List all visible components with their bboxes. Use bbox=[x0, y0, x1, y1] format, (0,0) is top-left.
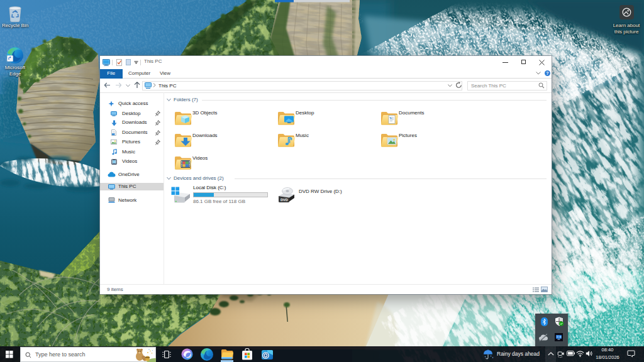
svg-text:DVD: DVD bbox=[280, 198, 288, 202]
